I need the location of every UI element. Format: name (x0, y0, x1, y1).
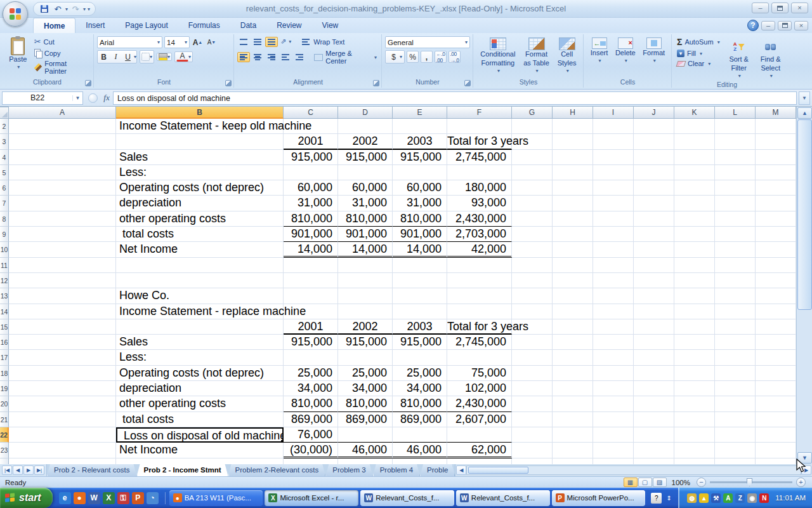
cell-E7[interactable]: 31,000 (393, 196, 447, 211)
cell-F16[interactable]: 2,745,000 (447, 335, 512, 350)
cell-J15[interactable] (634, 319, 674, 335)
column-header-e[interactable]: E (393, 107, 447, 119)
sheet-tab-problem-4[interactable]: Problem 4 (373, 464, 420, 476)
page-break-view-icon[interactable]: ▨ (653, 478, 667, 487)
cell-D4[interactable]: 915,000 (338, 150, 393, 165)
globe-tray-icon[interactable]: ◍ (687, 493, 697, 503)
cell-B11[interactable] (116, 258, 284, 273)
column-header-h[interactable]: H (553, 107, 593, 119)
cell-E6[interactable]: 60,000 (393, 180, 447, 196)
cell-A3[interactable] (9, 134, 116, 149)
paste-button[interactable]: Paste (4, 36, 32, 78)
column-header-a[interactable]: A (9, 107, 116, 119)
cell-L15[interactable] (715, 319, 756, 335)
z-app-tray-icon[interactable]: Z (735, 493, 745, 503)
language-bar-icon[interactable]: ? (651, 493, 662, 504)
cell-F3[interactable]: Total for 3 years (447, 134, 512, 149)
cell-E8[interactable]: 810,000 (393, 211, 447, 227)
column-header-g[interactable]: G (512, 107, 553, 119)
cell-L12[interactable] (715, 273, 756, 288)
sheet-tab-problem-2-relevant-costs[interactable]: Problem 2-Relevant costs (228, 464, 326, 476)
cell-K19[interactable] (674, 381, 715, 396)
cell-H4[interactable] (553, 150, 593, 165)
cell-H5[interactable] (553, 165, 593, 180)
close-button[interactable]: × (791, 3, 808, 13)
cell-B21[interactable]: total costs (116, 412, 284, 427)
cell-L21[interactable] (715, 412, 756, 427)
cell-D12[interactable] (338, 273, 393, 288)
cell-D15[interactable]: 2002 (338, 319, 393, 335)
align-right-button[interactable] (265, 52, 278, 62)
font-family-select[interactable]: Arial▾ (97, 36, 162, 48)
shield-tray-icon[interactable]: ▲ (699, 493, 709, 503)
cell-C19[interactable]: 34,000 (284, 381, 338, 396)
save-icon[interactable] (39, 3, 50, 15)
increase-decimal-icon[interactable]: ←.0.00 (435, 51, 447, 63)
sheet-tab-prob-2-relevant-costs[interactable]: Prob 2 - Relevant costs (47, 464, 137, 476)
cell-H16[interactable] (553, 335, 593, 350)
cell-F8[interactable]: 2,430,000 (447, 211, 512, 227)
cell-J10[interactable] (634, 242, 674, 257)
cell-J20[interactable] (634, 396, 674, 411)
redo-dropdown-icon[interactable]: ▾ (83, 6, 86, 12)
cell-I23[interactable] (593, 443, 634, 458)
row-header-17[interactable]: 17 (0, 350, 9, 365)
taskbar-button[interactable]: WRelevant_Costs_f... (360, 490, 454, 506)
cell-G7[interactable] (512, 196, 553, 211)
cell-C7[interactable]: 31,000 (284, 196, 338, 211)
row-header-18[interactable]: 18 (0, 366, 9, 381)
cell-E2[interactable] (393, 119, 447, 134)
cell-G16[interactable] (512, 335, 553, 350)
cell-K15[interactable] (674, 319, 715, 335)
fill-color-icon[interactable] (159, 53, 167, 60)
cell-G4[interactable] (512, 150, 553, 165)
underline-dropdown-icon[interactable]: ▾ (134, 54, 136, 60)
cell-A6[interactable] (9, 180, 116, 196)
cell-A19[interactable] (9, 381, 116, 396)
cell-C18[interactable]: 25,000 (284, 366, 338, 381)
cell-B13[interactable]: Howe Co. (116, 288, 284, 304)
cell-A10[interactable] (9, 242, 116, 257)
tab-data[interactable]: Data (230, 18, 266, 33)
row-header-14[interactable]: 14 (0, 304, 9, 319)
cell-K23[interactable] (674, 443, 715, 458)
cell-J19[interactable] (634, 381, 674, 396)
cell-H15[interactable] (553, 319, 593, 335)
cell-F9[interactable]: 2,703,000 (447, 227, 512, 242)
align-middle-button[interactable] (251, 37, 264, 47)
cell-B2[interactable]: Income Statement - keep old machine (116, 119, 284, 134)
cell-F4[interactable]: 2,745,000 (447, 150, 512, 165)
cell-J11[interactable] (634, 258, 674, 273)
cell-D11[interactable] (338, 258, 393, 273)
cell-B19[interactable]: depreciation (116, 381, 284, 396)
autosum-button[interactable]: ΣAutoSum (675, 36, 722, 48)
cell-K2[interactable] (674, 119, 715, 134)
cell-B12[interactable] (116, 273, 284, 288)
cell-A13[interactable] (9, 288, 116, 304)
cell-C22[interactable]: 76,000 (284, 427, 338, 443)
format-cells-button[interactable]: Format (639, 36, 668, 78)
cell-M17[interactable] (756, 350, 796, 365)
scroll-down-icon[interactable]: ▼ (797, 452, 812, 464)
cell-E12[interactable] (393, 273, 447, 288)
cell-M14[interactable] (756, 304, 796, 319)
taskbar-button[interactable]: XMicrosoft Excel - r... (265, 490, 358, 506)
word-quick-launch-icon[interactable]: W (88, 492, 100, 504)
font-size-select[interactable]: 14▾ (164, 36, 190, 48)
cell-D9[interactable]: 901,000 (338, 227, 393, 242)
cell-M15[interactable] (756, 319, 796, 335)
cell-C8[interactable]: 810,000 (284, 211, 338, 227)
row-header-9[interactable]: 9 (0, 227, 9, 242)
cell-B18[interactable]: Operating costs (not deprec) (116, 366, 284, 381)
cell-A20[interactable] (9, 396, 116, 411)
vertical-scroll-thumb[interactable] (797, 119, 812, 310)
cell-G5[interactable] (512, 165, 553, 180)
msn-quick-launch-icon[interactable]: ◔ (147, 492, 159, 504)
cell-D10[interactable]: 14,000 (338, 242, 393, 257)
row-header-19[interactable]: 19 (0, 381, 9, 396)
zoom-level[interactable]: 100% (672, 479, 690, 486)
cell-M12[interactable] (756, 273, 796, 288)
cell-J4[interactable] (634, 150, 674, 165)
start-button[interactable]: start (0, 488, 53, 508)
cell-K6[interactable] (674, 180, 715, 196)
